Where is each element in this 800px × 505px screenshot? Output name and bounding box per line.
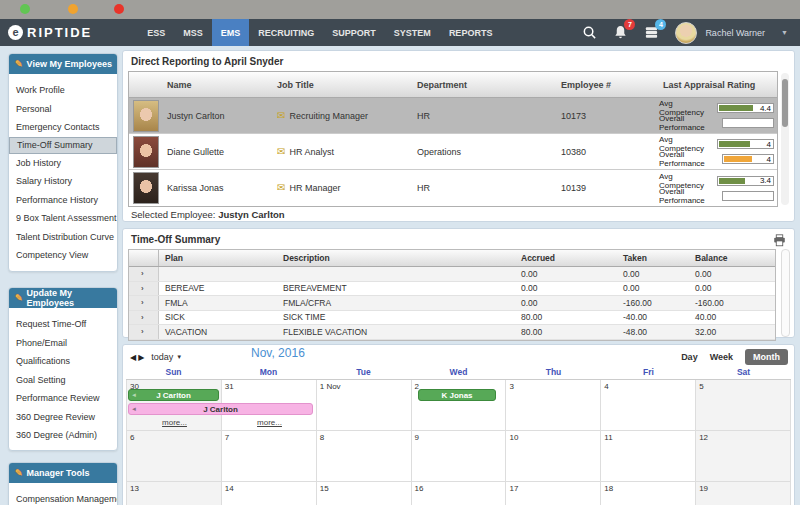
col-name[interactable]: Name [165,80,275,90]
employee-row[interactable]: Justyn Carlton ✉Recruiting Manager HR 10… [129,98,777,134]
window-maximize-dot[interactable] [68,4,78,14]
time-off-table-scrollbar[interactable] [781,249,790,337]
time-off-row[interactable]: › VACATIONFLEXIBLE VACATION 80.00-48.003… [129,325,775,340]
scrollbar-thumb[interactable] [782,79,788,127]
col-taken[interactable]: Taken [621,253,693,263]
sidebar-item-job-history[interactable]: Job History [9,154,117,173]
sidebar-item-phone-email[interactable]: Phone/Email [9,334,117,353]
user-menu-caret-icon[interactable]: ▼ [781,29,788,36]
nav-item-system[interactable]: SYSTEM [385,19,440,46]
calendar-day-cell[interactable]: 11 [601,431,696,481]
calendar-day-cell[interactable]: 7 [222,431,317,481]
window-close-dot[interactable] [114,4,124,14]
col-employee-no[interactable]: Employee # [559,80,659,90]
window-minimize-dot[interactable] [20,4,30,14]
calendar-day-cell[interactable]: 5 [696,380,791,430]
sidebar-item-performance-review[interactable]: Performance Review [9,389,117,408]
sidebar-item-work-profile[interactable]: Work Profile [9,81,117,100]
nav-item-ess[interactable]: ESS [138,19,174,46]
calendar-event-j-carlton-2[interactable]: ◄J Carlton [128,403,313,415]
employee-row[interactable]: Diane Gullette ✉HR Analyst Operations 10… [129,134,777,170]
view-day-button[interactable]: Day [681,352,698,362]
sidebar-item-performance-history[interactable]: Performance History [9,191,117,210]
expand-chevron-icon[interactable]: › [129,282,159,296]
employee-name: Karissa Jonas [165,183,275,193]
expand-chevron-icon[interactable]: › [129,267,159,281]
sidebar-item-request-time-off[interactable]: Request Time-Off [9,315,117,334]
section-header-view-my-employees[interactable]: ✎ View My Employees [9,54,117,74]
sidebar-item-9-box-talent-assessment[interactable]: 9 Box Talent Assessment [9,209,117,228]
messages-stack-icon[interactable]: 4 [644,25,659,40]
nav-item-mss[interactable]: MSS [174,19,212,46]
expand-chevron-icon[interactable]: › [129,311,159,325]
sidebar-item-compensation-management[interactable]: Compensation Management [9,490,117,505]
user-name[interactable]: Rachel Warner [705,28,765,38]
time-off-row[interactable]: › SICKSICK TIME 80.00-40.0040.00 [129,311,775,326]
col-last-appraisal[interactable]: Last Appraisal Rating [659,80,777,90]
section-header-manager-tools[interactable]: ✎ Manager Tools [9,463,117,483]
section-header-update-my-employees[interactable]: ✎ Update My Employees [9,288,117,308]
calendar-day-cell[interactable]: 18 [601,482,696,505]
col-accrued[interactable]: Accrued [519,253,621,263]
employee-row[interactable]: Karissa Jonas ✉HR Manager HR 10139 Avg C… [129,170,777,206]
view-month-button[interactable]: Month [745,349,788,365]
email-icon[interactable]: ✉ [277,183,285,193]
sidebar-item-salary-history[interactable]: Salary History [9,172,117,191]
col-balance[interactable]: Balance [693,253,775,263]
more-events-link[interactable]: more... [127,418,222,427]
col-plan[interactable]: Plan [159,253,281,263]
calendar-day-cell[interactable]: 14 [222,482,317,505]
calendar-prev-icon[interactable]: ◀ [129,353,137,362]
calendar-day-cell[interactable]: 1 Nov [317,380,412,430]
calendar-event-k-jonas[interactable]: K Jonas [418,389,496,401]
sidebar-item-360-degree-admin[interactable]: 360 Degree (Admin) [9,426,117,445]
calendar-day-cell[interactable]: 4 [601,380,696,430]
calendar-day-cell[interactable]: 6 [127,431,222,481]
sidebar-item-competency-view[interactable]: Competency View [9,246,117,265]
notifications-bell-icon[interactable]: 7 [613,25,628,40]
col-department[interactable]: Department [415,80,559,90]
calendar-day-cell[interactable]: 17 [506,482,601,505]
time-off-row[interactable]: › FMLAFMLA/CFRA 0.00-160.00-160.00 [129,296,775,311]
email-icon[interactable]: ✉ [277,147,285,157]
calendar-day-cell[interactable]: 2 [412,380,507,430]
today-caret-icon[interactable]: ▼ [176,354,182,360]
sidebar-section-view-my-employees: ✎ View My Employees Work Profile Persona… [8,53,118,272]
nav-item-recruiting[interactable]: RECRUITING [249,19,323,46]
sidebar-item-time-off-summary[interactable]: Time-Off Summary [9,137,117,154]
nav-item-ems[interactable]: EMS [212,19,250,46]
calendar-day-cell[interactable]: 9 [412,431,507,481]
calendar-event-j-carlton[interactable]: ◄J Carlton [128,389,219,401]
calendar-day-cell[interactable]: 16 [412,482,507,505]
time-off-row[interactable]: › BEREAVEBEREAVEMENT 0.000.000.00 [129,282,775,297]
email-icon[interactable]: ✉ [277,111,285,121]
calendar-day-cell[interactable]: 8 [317,431,412,481]
brand-logo[interactable]: e RIPTIDE [8,25,92,40]
view-week-button[interactable]: Week [710,352,733,362]
nav-item-reports[interactable]: REPORTS [440,19,502,46]
more-events-link[interactable]: more... [222,418,317,427]
expand-chevron-icon[interactable]: › [129,296,159,310]
sidebar-item-goal-setting[interactable]: Goal Setting [9,371,117,390]
user-menu[interactable] [675,22,697,44]
expand-chevron-icon[interactable]: › [129,325,159,339]
sidebar-item-personal[interactable]: Personal [9,100,117,119]
calendar-day-cell[interactable]: 12 [696,431,791,481]
employee-ratings: Avg Competency 4 Overall Performance 4 [659,137,777,167]
nav-item-support[interactable]: SUPPORT [323,19,385,46]
col-job-title[interactable]: Job Title [275,80,415,90]
calendar-next-icon[interactable]: ▶ [137,353,145,362]
sidebar-item-qualifications[interactable]: Qualifications [9,352,117,371]
calendar-day-cell[interactable]: 3 [506,380,601,430]
sidebar-item-emergency-contacts[interactable]: Emergency Contacts [9,118,117,137]
calendar-day-cell[interactable]: 10 [506,431,601,481]
col-description[interactable]: Description [281,253,519,263]
calendar-today-button[interactable]: today [151,352,173,362]
search-icon[interactable] [582,25,597,40]
calendar-day-cell[interactable]: 13 [127,482,222,505]
sidebar-item-360-degree-review[interactable]: 360 Degree Review [9,408,117,427]
sidebar-item-talent-distribution-curve[interactable]: Talent Distribution Curve [9,228,117,247]
time-off-row[interactable]: › 0.000.000.00 [129,267,775,282]
calendar-day-cell[interactable]: 15 [317,482,412,505]
calendar-day-cell[interactable]: 19 [696,482,791,505]
